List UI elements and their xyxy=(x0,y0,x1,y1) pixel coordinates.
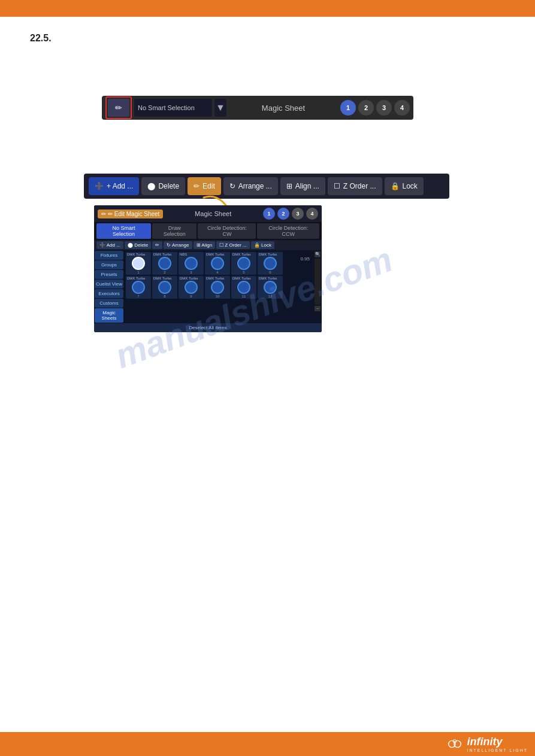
inner-arrange-btn[interactable]: ↻ Arrange xyxy=(164,241,192,249)
scroll-controls: 🔍 − xyxy=(315,251,321,311)
edit-pencil-icon: ✏ xyxy=(194,182,200,190)
fixture-4[interactable]: DMX Turbo 4 xyxy=(205,252,230,275)
edit-label: Edit xyxy=(202,182,215,190)
fixture-row-1: DMX Turbo 1 DMX Turbo 2 NBS 3 xyxy=(126,252,320,275)
add-button[interactable]: ➕ + Add ... xyxy=(89,177,139,195)
fixture-7[interactable]: DMX Turbo 7 xyxy=(126,276,151,299)
inner-content-area: Fixtures Groups Presets Cuelist View Exe… xyxy=(94,250,322,323)
fixture-12[interactable]: DMX Turbo 12 xyxy=(258,276,283,299)
scroll-track xyxy=(315,259,321,305)
inner-add-btn[interactable]: ➕ Add ... xyxy=(96,241,123,249)
fixture-row-2: DMX Turbo 7 DMX Turbo 8 DMX Turbo 9 xyxy=(126,276,320,299)
inner-tabs-row: No Smart Selection Draw Selection Circle… xyxy=(94,222,322,240)
inner-circle-4[interactable]: 4 xyxy=(306,208,318,220)
chevron-down-icon: ▼ xyxy=(216,102,225,113)
align-label: Align ... xyxy=(295,182,319,190)
inner-edit-btn-tool[interactable]: ✏ xyxy=(152,241,162,249)
inner-toolbar-row: ➕ Add ... ⬤ Delete ✏ ↻ Arrange ⊞ Align ☐… xyxy=(94,240,322,250)
tab-circle-ccw[interactable]: Circle Detection: CCW xyxy=(257,223,319,239)
tab-draw-selection[interactable]: Draw Selection xyxy=(152,223,197,239)
fixture-2[interactable]: DMX Turbo 2 xyxy=(152,252,177,275)
sidebar-presets[interactable]: Presets xyxy=(95,270,123,279)
toolbar-screenshot-area: ✏ No Smart Selection ▼ Magic Sheet 1 2 3… xyxy=(102,96,413,120)
scroll-minus-btn[interactable]: − xyxy=(315,306,321,311)
zorder-label: Z Order ... xyxy=(343,182,376,190)
fixture-1[interactable]: DMX Turbo 1 xyxy=(126,252,151,275)
circle-4-label: 4 xyxy=(400,104,404,111)
inner-lock-btn[interactable]: 🔒 Lock xyxy=(251,241,274,249)
sidebar-cuelist-view[interactable]: Cuelist View xyxy=(95,280,123,289)
fixture-5[interactable]: DMX Turbo 5 xyxy=(231,252,256,275)
zorder-icon: ☐ xyxy=(334,182,340,190)
inner-panel-title: Magic Sheet xyxy=(165,210,261,217)
fixture-circle-12 xyxy=(264,281,277,294)
circle-2-label: 2 xyxy=(364,104,368,111)
scroll-search-btn[interactable]: 🔍 xyxy=(315,251,321,257)
fixture-circle-11 xyxy=(237,281,250,294)
sidebar-fixtures[interactable]: Fixtures xyxy=(95,251,123,260)
smart-selection-dropdown[interactable]: No Smart Selection xyxy=(134,99,212,117)
inner-edit-magic-sheet-btn[interactable]: ✏ ✏ Edit Magic Sheet xyxy=(98,210,163,218)
fixture-8[interactable]: DMX Turbo 8 xyxy=(152,276,177,299)
bottom-bar: infinity INTELLIGENT LIGHT xyxy=(0,732,535,756)
align-icon: ⊞ xyxy=(286,182,292,190)
fixture-circle-1 xyxy=(132,257,145,270)
deselect-label: Deselect All Items xyxy=(189,325,227,330)
fixture-9[interactable]: DMX Turbo 9 xyxy=(179,276,204,299)
logo-text-wrapper: infinity INTELLIGENT LIGHT xyxy=(467,736,528,752)
tab-no-smart-selection[interactable]: No Smart Selection xyxy=(96,223,151,239)
inner-zorder-btn[interactable]: ☐ Z Order ... xyxy=(216,241,250,249)
logo-text: infinity xyxy=(467,736,528,748)
inner-panel-header: ✏ ✏ Edit Magic Sheet Magic Sheet 1 2 3 4 xyxy=(94,205,322,222)
fixture-circle-10 xyxy=(211,281,224,294)
zoom-indicator: 0.95 xyxy=(300,256,310,262)
fixture-circle-6 xyxy=(264,257,277,270)
inner-circle-3[interactable]: 3 xyxy=(292,208,304,220)
fixture-circle-4 xyxy=(211,257,224,270)
inner-edit-label: ✏ Edit Magic Sheet xyxy=(108,211,159,217)
inner-align-btn[interactable]: ⊞ Align xyxy=(194,241,216,249)
inner-panel-area: ✏ ✏ Edit Magic Sheet Magic Sheet 1 2 3 4… xyxy=(94,205,322,332)
logo-area: infinity INTELLIGENT LIGHT xyxy=(446,736,528,752)
plus-icon: ➕ xyxy=(95,182,104,190)
delete-button[interactable]: ⬤ Delete xyxy=(141,177,185,195)
arrange-icon: ↻ xyxy=(229,182,235,190)
fixture-10[interactable]: DMX Turbo 10 xyxy=(205,276,230,299)
deselect-bar: Deselect All Items xyxy=(94,323,322,332)
edit-toolbar-bar: ➕ + Add ... ⬤ Delete ✏ Edit ↻ Arrange ..… xyxy=(84,174,449,199)
magic-sheet-label: Magic Sheet xyxy=(229,104,338,113)
fixture-circle-9 xyxy=(185,281,198,294)
fixture-11[interactable]: DMX Turbo 11 xyxy=(231,276,256,299)
inner-circle-2[interactable]: 2 xyxy=(277,208,289,220)
delete-label: Delete xyxy=(158,182,179,190)
top-bar xyxy=(0,0,535,17)
infinity-logo-icon xyxy=(446,736,463,752)
dropdown-arrow[interactable]: ▼ xyxy=(214,99,226,117)
align-button[interactable]: ⊞ Align ... xyxy=(280,177,325,195)
pencil-edit-button[interactable]: ✏ xyxy=(108,99,129,117)
fixture-circle-8 xyxy=(158,281,171,294)
fixture-3[interactable]: NBS 3 xyxy=(179,252,204,275)
fixture-6[interactable]: DMX Turbo 6 xyxy=(258,252,283,275)
circle-1-label: 1 xyxy=(346,104,350,111)
circle-btn-3[interactable]: 3 xyxy=(376,100,392,116)
section-number: 22.5. xyxy=(30,33,52,44)
circle-btn-2[interactable]: 2 xyxy=(358,100,374,116)
toolbar-bar: ✏ No Smart Selection ▼ Magic Sheet 1 2 3… xyxy=(102,96,413,120)
arrange-label: Arrange ... xyxy=(238,182,272,190)
zorder-button[interactable]: ☐ Z Order ... xyxy=(328,177,382,195)
sidebar-groups[interactable]: Groups xyxy=(95,260,123,269)
inner-circle-1[interactable]: 1 xyxy=(263,208,275,220)
circle-btn-4[interactable]: 4 xyxy=(394,100,410,116)
lock-button[interactable]: 🔒 Lock xyxy=(385,177,424,195)
tab-circle-cw[interactable]: Circle Detection: CW xyxy=(198,223,256,239)
fixture-circle-5 xyxy=(237,257,250,270)
sidebar-magic-sheets[interactable]: Magic Sheets xyxy=(95,308,123,323)
sidebar-executors[interactable]: Executors xyxy=(95,289,123,298)
delete-icon: ⬤ xyxy=(147,182,155,190)
inner-sidebar: Fixtures Groups Presets Cuelist View Exe… xyxy=(94,250,124,323)
sidebar-customs[interactable]: Customs xyxy=(95,299,123,308)
inner-pencil-icon: ✏ xyxy=(101,211,106,217)
circle-btn-1[interactable]: 1 xyxy=(340,100,356,116)
inner-delete-btn[interactable]: ⬤ Delete xyxy=(125,241,151,249)
